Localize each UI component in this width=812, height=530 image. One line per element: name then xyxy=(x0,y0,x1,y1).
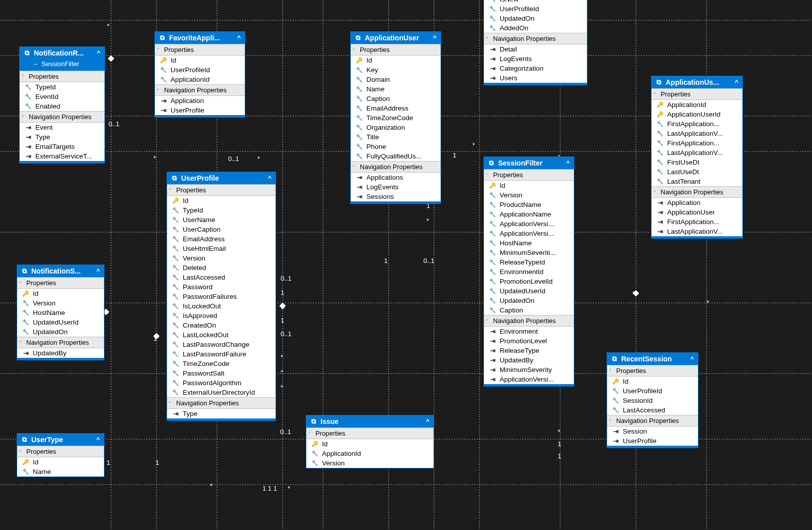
cardinality-label: 1 xyxy=(281,303,284,310)
nav-icon xyxy=(657,219,664,226)
entity-header[interactable]: FavoriteAppli... ^ xyxy=(155,32,245,44)
entity-issue[interactable]: Issue ^ Properties Id ApplicationId Vers… xyxy=(306,415,434,468)
prop-row: LastAccessed xyxy=(607,405,698,415)
prop-row: IsNew xyxy=(484,0,587,4)
chevron-up-icon[interactable]: ^ xyxy=(433,34,437,41)
nav-icon xyxy=(657,199,664,206)
property-icon xyxy=(172,312,179,320)
entity-header[interactable]: ApplicationUs... ^ xyxy=(652,76,742,88)
entity-header[interactable]: SessionFilter ^ xyxy=(484,157,574,169)
section-nav[interactable]: Navigation Properties xyxy=(351,161,441,173)
chevron-up-icon[interactable]: ^ xyxy=(96,436,100,443)
property-icon xyxy=(356,76,363,83)
property-icon xyxy=(356,153,363,160)
property-icon xyxy=(160,67,167,74)
entity-recentsession[interactable]: RecentSession ^ Properties Id UserProfil… xyxy=(607,352,698,448)
entity-notifications[interactable]: NotificationS... ^ Properties Id Version… xyxy=(17,264,104,360)
property-icon xyxy=(311,450,318,457)
prop-row: Organization xyxy=(351,123,441,132)
cardinality-label: * xyxy=(107,22,110,30)
nav-row: Sessions xyxy=(351,192,441,201)
prop-row: Name xyxy=(17,467,104,476)
entity-header[interactable]: ApplicationUser ^ xyxy=(351,32,441,44)
nav-icon xyxy=(612,428,619,435)
entity-usertype[interactable]: UserType ^ Properties Id Name xyxy=(17,433,104,477)
entity-userprofile[interactable]: UserProfile ^ Properties Id TypeId UserN… xyxy=(167,172,276,421)
section-properties[interactable]: Properties xyxy=(607,365,698,377)
chevron-up-icon[interactable]: ^ xyxy=(426,418,429,425)
cardinality-label: 1 xyxy=(281,289,284,296)
chevron-up-icon[interactable]: ^ xyxy=(96,268,100,275)
entity-sessionfilter[interactable]: SessionFilter ^ Properties Id Version Pr… xyxy=(483,156,574,387)
section-properties[interactable]: Properties xyxy=(652,88,742,100)
nav-row: ApplicationVersi... xyxy=(484,375,574,384)
key-row: Id xyxy=(17,289,104,298)
section-nav[interactable]: Navigation Properties xyxy=(484,33,587,44)
chevron-up-icon[interactable]: ^ xyxy=(237,34,241,41)
prop-row: ProductName xyxy=(484,200,574,209)
prop-row: ApplicationVersi... xyxy=(484,229,574,238)
key-icon xyxy=(311,441,318,448)
entity-header[interactable]: RecentSession ^ xyxy=(607,353,698,365)
prop-row: CreatedOn xyxy=(167,321,276,330)
entity-header[interactable]: Issue ^ xyxy=(306,415,434,428)
entity-applicationus[interactable]: ApplicationUs... ^ Properties Applicatio… xyxy=(651,76,743,239)
section-properties[interactable]: Properties xyxy=(306,428,434,439)
chevron-up-icon[interactable]: ^ xyxy=(690,355,694,362)
property-icon xyxy=(489,192,496,199)
nav-icon xyxy=(22,350,29,357)
chevron-up-icon[interactable]: ^ xyxy=(735,79,738,86)
section-properties[interactable]: Properties xyxy=(484,169,574,181)
section-nav[interactable]: Navigation Properties xyxy=(607,415,698,427)
section-nav[interactable]: Navigation Properties xyxy=(155,84,245,96)
cardinality-label: * xyxy=(281,353,283,361)
nav-row: LastApplicationV... xyxy=(652,227,742,236)
svg-marker-20 xyxy=(108,56,114,62)
property-icon xyxy=(489,269,496,276)
cardinality-label: 1 xyxy=(106,459,110,466)
nav-row: LogEvents xyxy=(484,54,587,64)
chevron-up-icon[interactable]: ^ xyxy=(566,160,570,167)
key-icon xyxy=(612,378,619,385)
entity-header[interactable]: NotificationR... ^ xyxy=(20,47,104,59)
prop-row: UserProfileId xyxy=(607,386,698,396)
entity-applicationuser[interactable]: ApplicationUser ^ Properties Id Key Doma… xyxy=(350,31,441,204)
prop-row: ReleaseTypeId xyxy=(484,257,574,267)
property-icon xyxy=(657,140,664,147)
nav-icon xyxy=(160,97,167,104)
key-row: Id xyxy=(155,56,245,65)
property-icon xyxy=(160,76,167,83)
property-icon xyxy=(172,380,179,387)
section-properties[interactable]: Properties xyxy=(17,277,104,289)
key-icon xyxy=(657,111,664,118)
entity-partial-top[interactable]: IsNew UserProfileId UpdatedOn AddedOn Na… xyxy=(483,0,587,85)
section-properties[interactable]: Properties xyxy=(155,44,245,56)
section-properties[interactable]: Properties xyxy=(351,44,441,56)
cardinality-label: * xyxy=(281,368,283,376)
entity-favoriteapplication[interactable]: FavoriteAppli... ^ Properties Id UserPro… xyxy=(154,31,245,118)
nav-row: Applications xyxy=(351,173,441,182)
nav-icon xyxy=(489,56,496,63)
section-nav[interactable]: Navigation Properties xyxy=(167,397,276,409)
entity-header[interactable]: UserType ^ xyxy=(17,434,104,446)
entity-header[interactable]: UserProfile ^ xyxy=(167,172,276,184)
entity-notificationr[interactable]: NotificationR... ^ SessionFilter Propert… xyxy=(19,46,105,164)
section-properties[interactable]: Properties xyxy=(167,184,276,196)
section-nav[interactable]: Navigation Properties xyxy=(20,111,104,123)
section-nav[interactable]: Navigation Properties xyxy=(484,315,574,327)
prop-row: PasswordSalt xyxy=(167,368,276,378)
prop-row: Deleted xyxy=(167,263,276,273)
section-properties[interactable]: Properties xyxy=(17,446,104,457)
chevron-up-icon[interactable]: ^ xyxy=(97,49,100,57)
prop-row: UserProfileId xyxy=(484,4,587,14)
section-nav[interactable]: Navigation Properties xyxy=(652,186,742,198)
section-properties[interactable]: Properties xyxy=(20,71,104,82)
entity-header[interactable]: NotificationS... ^ xyxy=(17,265,104,277)
property-icon xyxy=(489,278,496,285)
section-nav[interactable]: Navigation Properties xyxy=(17,337,104,348)
entity-icon xyxy=(309,417,317,426)
prop-row: LastApplicationV... xyxy=(652,148,742,157)
nav-row: Detail xyxy=(484,44,587,54)
cardinality-label: * xyxy=(288,485,290,492)
chevron-up-icon[interactable]: ^ xyxy=(268,175,272,182)
